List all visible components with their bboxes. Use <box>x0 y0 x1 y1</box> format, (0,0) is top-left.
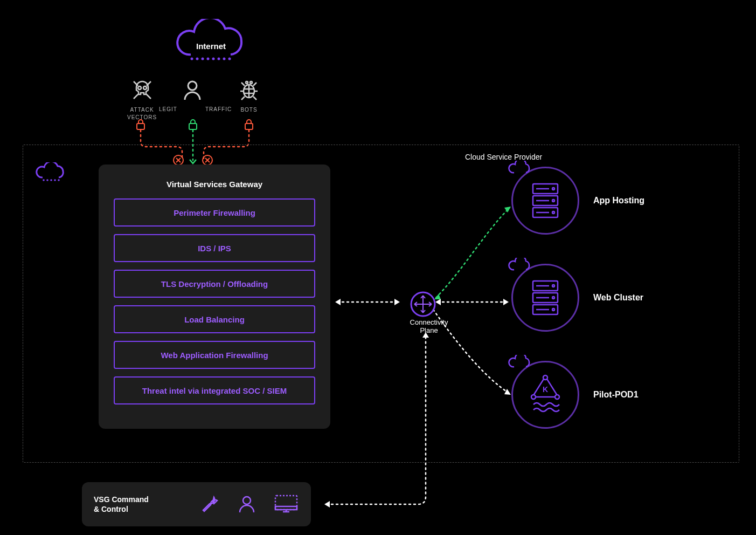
threat-legit: LEGIT TRAFFIC <box>181 78 204 102</box>
svg-point-41 <box>552 297 554 299</box>
svg-point-40 <box>552 285 554 287</box>
svg-point-21 <box>50 179 52 181</box>
svg-point-20 <box>46 179 48 181</box>
svg-rect-17 <box>189 124 197 129</box>
command-control-bar: VSG Command & Control <box>82 482 311 526</box>
svg-point-4 <box>202 58 204 60</box>
svg-point-15 <box>250 81 252 84</box>
svg-point-9 <box>228 58 231 60</box>
legit-right-label: TRAFFIC <box>205 106 232 112</box>
lock-icon <box>135 118 146 131</box>
provider-label: Cloud Service Provider <box>465 153 542 161</box>
skull-icon <box>130 78 154 102</box>
person-icon <box>237 494 257 515</box>
service-waf: Web Application Firewalling <box>114 341 315 369</box>
connectivity-plane: Connectivity Plane <box>410 291 436 319</box>
cloud-icon <box>508 258 532 276</box>
svg-point-5 <box>207 58 210 60</box>
connectivity-label: Connectivity Plane <box>399 318 459 334</box>
person-icon <box>181 78 204 102</box>
vsg-panel: Virtual Services Gateway Perimeter Firew… <box>99 164 330 429</box>
svg-point-43 <box>543 375 547 380</box>
svg-point-2 <box>191 58 193 60</box>
svg-rect-16 <box>137 124 144 129</box>
command-control-label: VSG Command & Control <box>94 495 149 514</box>
svg-rect-48 <box>275 496 297 510</box>
threat-bots-label: BOTS <box>240 106 257 114</box>
env-label: App Hosting <box>593 196 644 205</box>
svg-point-6 <box>212 58 215 60</box>
env-label: Web Cluster <box>593 293 643 303</box>
svg-rect-49 <box>275 506 297 510</box>
provider-boundary: Cloud Service Provider Virtual Services … <box>23 145 739 463</box>
server-icon <box>531 279 560 317</box>
lock-icon <box>244 118 254 131</box>
svg-point-3 <box>196 58 199 60</box>
bug-icon <box>237 78 261 102</box>
monitor-icon <box>273 493 299 515</box>
env-web-cluster: Web Cluster <box>511 264 643 332</box>
wrench-icon <box>200 494 220 515</box>
svg-point-19 <box>43 179 45 181</box>
k8s-icon: K <box>526 373 565 416</box>
cloud-icon <box>508 355 532 373</box>
svg-point-22 <box>54 179 56 181</box>
svg-point-7 <box>218 58 220 60</box>
connectivity-icon <box>410 291 436 317</box>
svg-point-42 <box>552 308 554 311</box>
env-label: Pilot-POD1 <box>593 390 639 400</box>
svg-point-45 <box>531 395 536 399</box>
svg-point-11 <box>143 86 147 90</box>
env-pilot-pod: K Pilot-POD1 <box>511 361 639 429</box>
svg-point-47 <box>243 497 251 504</box>
internet-cloud: Internet <box>167 19 253 68</box>
threat-bots: BOTS <box>237 78 261 114</box>
svg-rect-18 <box>245 124 253 129</box>
threat-attack: ATTACK VECTORS <box>127 78 157 121</box>
svg-text:K: K <box>543 385 548 394</box>
env-app-hosting: App Hosting <box>511 167 644 235</box>
service-ids-ips: IDS / IPS <box>114 234 315 262</box>
svg-point-23 <box>58 179 60 181</box>
vsg-title: Virtual Services Gateway <box>114 180 315 189</box>
service-threat-intel: Threat intel via integrated SOC / SIEM <box>114 376 315 404</box>
server-icon <box>531 182 560 220</box>
service-load-balancing: Load Balancing <box>114 305 315 333</box>
svg-point-33 <box>552 211 554 214</box>
svg-point-44 <box>555 395 559 399</box>
svg-point-10 <box>138 86 141 90</box>
svg-point-14 <box>246 81 248 84</box>
lock-icon <box>188 118 198 131</box>
internet-label: Internet <box>196 42 226 51</box>
legit-left-label: LEGIT <box>159 106 177 112</box>
svg-point-8 <box>223 58 226 60</box>
svg-point-31 <box>552 188 554 190</box>
cloud-icon <box>508 161 532 179</box>
service-perimeter-firewalling: Perimeter Firewalling <box>114 198 315 227</box>
service-tls-decryption: TLS Decryption / Offloading <box>114 270 315 298</box>
svg-point-32 <box>552 200 554 202</box>
svg-point-12 <box>188 81 197 90</box>
mini-cloud-icon <box>34 162 66 186</box>
